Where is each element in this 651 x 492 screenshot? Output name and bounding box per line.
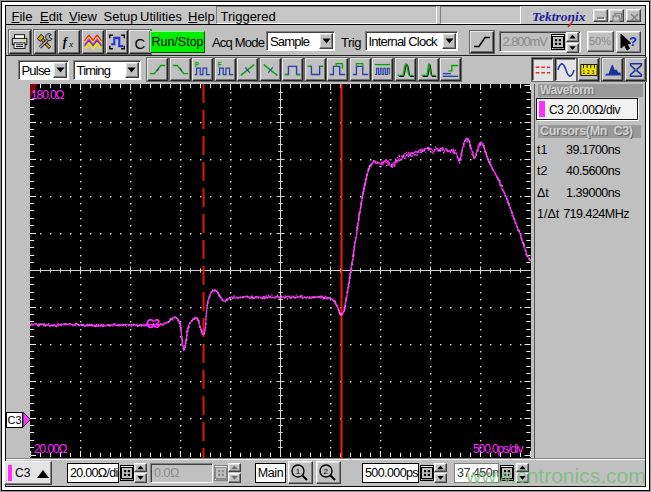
svg-text:1: 1 bbox=[295, 467, 300, 476]
svg-text:1 2 3: 1 2 3 bbox=[583, 68, 595, 74]
svg-text:P: P bbox=[195, 61, 199, 68]
svg-text:F: F bbox=[217, 61, 221, 68]
svg-text:?: ? bbox=[629, 34, 637, 49]
svg-text:x: x bbox=[68, 39, 73, 49]
svg-text:f: f bbox=[63, 35, 69, 49]
svg-text:2: 2 bbox=[324, 467, 329, 476]
